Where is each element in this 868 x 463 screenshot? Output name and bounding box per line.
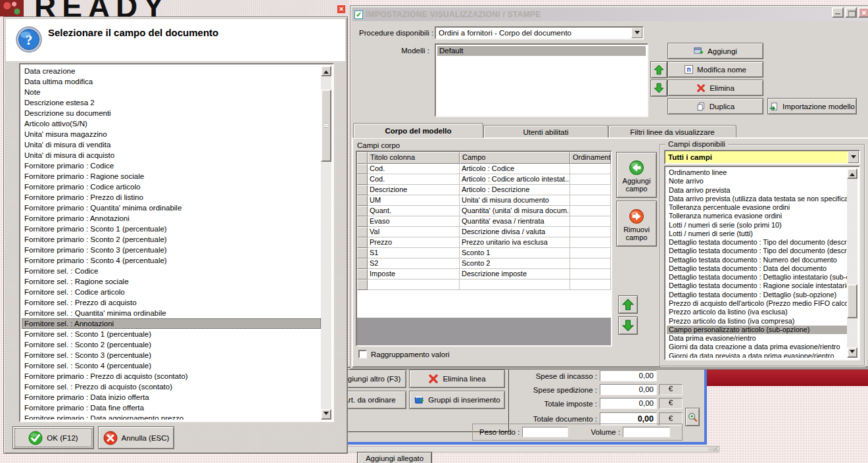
add-model-button[interactable]: Aggiungi bbox=[667, 43, 763, 59]
table-row[interactable]: Prezzo Prezzo unitario iva esclusa bbox=[357, 237, 611, 248]
scrollbar-thumb[interactable] bbox=[321, 89, 331, 162]
available-field-item[interactable]: Dettaglio testata documento : Tipo del d… bbox=[667, 247, 847, 255]
add-field-button[interactable]: Aggiungicampo bbox=[616, 152, 657, 198]
column-header[interactable]: Ordinamento bbox=[570, 152, 611, 164]
document-field-item[interactable]: Fornitore primario : Data aggiornamento … bbox=[22, 413, 321, 420]
delete-model-button[interactable]: Elimina bbox=[667, 80, 763, 96]
fields-scrollbar[interactable] bbox=[321, 66, 331, 420]
background-close-icon[interactable]: ✕ bbox=[337, 5, 346, 14]
document-field-item[interactable]: Unita' di misura di acquisto bbox=[22, 150, 321, 160]
row-selector-cell[interactable] bbox=[357, 216, 368, 227]
available-field-item[interactable]: Prezzo articolo da listino (iva esclusa) bbox=[667, 308, 847, 316]
model-move-up-button[interactable] bbox=[650, 61, 667, 78]
total-field-value[interactable]: 0,00 bbox=[600, 370, 657, 381]
document-field-item[interactable]: Fornitore primario : Sconto 1 (percentua… bbox=[22, 224, 321, 234]
document-field-item[interactable]: Fornitore sel. : Ragione sociale bbox=[22, 276, 321, 287]
body-fields-table[interactable]: Titolo colonnaCampoOrdinamento Cod. Arti… bbox=[356, 151, 612, 347]
document-field-item[interactable]: Fornitore primario : Sconto 4 (percentua… bbox=[22, 255, 321, 266]
table-row[interactable]: Descrizione Articolo : Descrizione bbox=[357, 185, 611, 195]
table-row[interactable]: S1 Sconto 1 bbox=[357, 248, 611, 258]
field-move-down-button[interactable] bbox=[618, 316, 638, 335]
procedures-combobox[interactable]: Ordini a fornitori - Corpo del documento bbox=[435, 26, 644, 39]
gross-weight-input[interactable] bbox=[522, 427, 568, 437]
document-field-item[interactable]: Fornitore primario : Sconto 2 (percentua… bbox=[22, 234, 321, 245]
row-selector-cell[interactable] bbox=[357, 280, 368, 290]
document-field-item[interactable]: Data ultima modifica bbox=[22, 76, 321, 87]
available-field-item[interactable]: Tolleranza numerica evasione ordini bbox=[667, 212, 847, 220]
table-row[interactable]: Imposte Descrizione imposte bbox=[357, 269, 611, 280]
document-field-item[interactable]: Descrizione su documenti bbox=[22, 108, 321, 118]
fields-filter-combobox[interactable]: Tutti i campi bbox=[664, 150, 860, 164]
scroll-up-button[interactable] bbox=[321, 66, 331, 76]
combo-arrow-button[interactable] bbox=[631, 28, 642, 38]
row-selector-cell[interactable] bbox=[357, 164, 368, 174]
add-attachment-button[interactable]: Aggiungi allegato bbox=[357, 452, 432, 463]
tab[interactable]: Filtri linee da visualizzare bbox=[608, 125, 736, 138]
document-field-item[interactable]: Fornitore sel. : Codice articolo bbox=[22, 287, 321, 297]
table-row[interactable]: UM Unita' di misura documento bbox=[357, 195, 611, 206]
volume-input[interactable] bbox=[623, 427, 670, 437]
available-fields-listbox[interactable]: Ordinamento lineeNote arrivoData arrivo … bbox=[664, 166, 860, 360]
scroll-down-button[interactable] bbox=[847, 347, 857, 358]
document-field-item[interactable]: Fornitore primario : Codice articolo bbox=[22, 182, 321, 192]
insert-groups-button[interactable]: Gruppi di inserimento bbox=[409, 391, 505, 409]
total-field-value[interactable]: 0,00 bbox=[600, 384, 657, 395]
available-field-item[interactable]: Ordinamento linee bbox=[667, 168, 847, 177]
cancel-button[interactable]: Annulla (ESC) bbox=[98, 426, 174, 449]
table-row[interactable]: Evaso Quantita' evasa / rientrata bbox=[357, 216, 611, 227]
grouping-checkbox[interactable] bbox=[358, 350, 367, 358]
scroll-down-button[interactable] bbox=[321, 409, 331, 420]
available-field-item[interactable]: Giorni da data creazione a data prima ev… bbox=[667, 343, 847, 351]
document-field-item[interactable]: Unita' di misura di vendita bbox=[22, 139, 321, 150]
available-field-item[interactable]: Dettaglio testata documento : Dettaglio … bbox=[667, 291, 847, 299]
row-selector-cell[interactable] bbox=[357, 258, 368, 269]
document-field-item[interactable]: Fornitore primario : Data fine offerta bbox=[22, 402, 321, 413]
document-field-item[interactable]: Fornitore sel. : Sconto 4 (percentuale) bbox=[22, 360, 321, 371]
available-field-item[interactable]: Note arrivo bbox=[667, 177, 847, 185]
available-field-item[interactable]: Dettaglio testata documento : Ragione so… bbox=[667, 281, 847, 290]
available-field-item[interactable]: Lotti / numeri di serie (tutti) bbox=[667, 230, 847, 238]
settings-title-bar[interactable]: ✓ IMPOSTAZIONE VISUALIZZAZIONI / STAMPE bbox=[352, 8, 868, 21]
resize-grip-icon[interactable] bbox=[708, 447, 717, 451]
available-field-item[interactable]: Data arrivo prevista bbox=[667, 186, 847, 195]
zoom-total-button[interactable] bbox=[685, 408, 700, 426]
document-field-item[interactable]: Fornitore sel. : Prezzo di acquisto bbox=[22, 297, 321, 308]
import-model-button[interactable]: Importazione modello bbox=[767, 98, 857, 114]
delete-line-button[interactable]: Elimina linea bbox=[409, 370, 505, 388]
row-selector-cell[interactable] bbox=[357, 195, 368, 206]
available-scrollbar[interactable] bbox=[847, 168, 857, 358]
available-field-item[interactable]: Prezzo di acquisto dell'articolo (Prezzo… bbox=[667, 299, 847, 308]
document-field-item[interactable]: Fornitore sel. : Quantita' minima ordina… bbox=[22, 308, 321, 318]
available-field-item[interactable]: Dettaglio testata documento : Dettaglio … bbox=[667, 273, 847, 281]
document-field-item[interactable]: Data creazione bbox=[22, 66, 321, 76]
document-field-item[interactable]: Fornitore primario : Ragione sociale bbox=[22, 171, 321, 182]
available-field-item[interactable]: Dettaglio testata documento : Tipo del d… bbox=[667, 238, 847, 247]
available-field-item[interactable]: Prezzo articolo da listino (iva compresa… bbox=[667, 317, 847, 326]
model-move-down-button[interactable] bbox=[650, 80, 667, 97]
remove-field-button[interactable]: Rimuovicampo bbox=[616, 201, 657, 247]
available-field-item[interactable]: Data prima evasione/rientro bbox=[667, 334, 847, 343]
tab[interactable]: Corpo del modello bbox=[353, 123, 483, 138]
document-field-item[interactable]: Articolo attivo(S/N) bbox=[22, 118, 321, 129]
row-selector-cell[interactable] bbox=[357, 206, 368, 216]
document-field-item[interactable]: Fornitore primario : Quantita' minima or… bbox=[22, 203, 321, 213]
tab[interactable]: Utenti abilitati bbox=[483, 125, 608, 138]
maximize-button[interactable] bbox=[845, 7, 857, 18]
document-field-item[interactable]: Descrizione estesa 2 bbox=[22, 97, 321, 108]
document-field-item[interactable]: Fornitore sel. : Sconto 1 (percentuale) bbox=[22, 329, 321, 339]
document-field-item[interactable]: Note bbox=[22, 87, 321, 97]
row-selector-cell[interactable] bbox=[357, 227, 368, 237]
row-selector-cell[interactable] bbox=[357, 237, 368, 248]
table-row[interactable]: S2 Sconto 2 bbox=[357, 258, 611, 269]
table-row[interactable]: Cod. Articolo : Codice articolo intestat… bbox=[357, 174, 611, 185]
row-selector-cell[interactable] bbox=[357, 185, 368, 195]
document-field-item[interactable]: Fornitore primario : Data inizio offerta bbox=[22, 392, 321, 402]
row-selector-cell[interactable] bbox=[357, 174, 368, 185]
duplicate-model-button[interactable]: Duplica bbox=[667, 98, 763, 114]
document-field-item[interactable]: Fornitore sel. : Annotazioni bbox=[22, 318, 321, 329]
document-fields-listbox[interactable]: Data creazioneData ultima modificaNoteDe… bbox=[19, 63, 334, 422]
document-field-item[interactable]: Fornitore primario : Sconto 3 (percentua… bbox=[22, 245, 321, 255]
field-move-up-button[interactable] bbox=[618, 295, 638, 314]
ok-button[interactable]: OK (F12) bbox=[12, 426, 94, 449]
column-header[interactable]: Titolo colonna bbox=[368, 152, 460, 164]
